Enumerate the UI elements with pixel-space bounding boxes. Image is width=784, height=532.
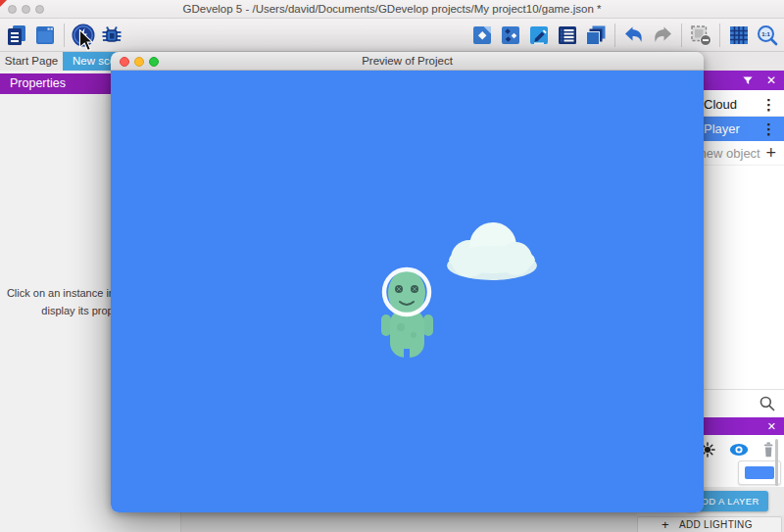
- layer-color-swatch: [745, 466, 774, 479]
- objects-editor-icon: [470, 24, 494, 47]
- object-groups-icon: [499, 24, 522, 47]
- scene-window-icon: [33, 24, 57, 47]
- undo-button[interactable]: [621, 22, 647, 49]
- undo-arrow-icon: [622, 24, 646, 47]
- toolbar-separator: [681, 24, 682, 47]
- toolbar-separator: [64, 24, 65, 47]
- open-instances-list-button[interactable]: [555, 22, 580, 49]
- launch-debugger-button[interactable]: [99, 22, 124, 49]
- open-scene-properties-button[interactable]: [526, 22, 552, 49]
- launch-preview-button[interactable]: [71, 22, 96, 49]
- toggle-window-mask-button[interactable]: [688, 22, 713, 49]
- zoom-original-button[interactable]: 1:1: [755, 22, 780, 49]
- zoom-1-1-icon: 1:1: [756, 24, 779, 47]
- filter-icon[interactable]: [741, 73, 755, 87]
- objects-panel-close-icon[interactable]: ✕: [766, 71, 776, 90]
- recording-corner-artifact: [0, 0, 7, 7]
- debugger-bug-icon: [99, 23, 124, 48]
- grid-icon: [727, 24, 751, 47]
- cloud-sprite: [447, 222, 537, 280]
- object-menu-icon[interactable]: ⋮: [761, 92, 776, 117]
- instances-list-icon: [556, 24, 579, 47]
- object-name: Cloud: [704, 97, 737, 112]
- window-title: GDevelop 5 - /Users/david/Documents/GDev…: [0, 0, 784, 19]
- toolbar-separator: [614, 24, 615, 47]
- eye-icon: [728, 440, 750, 459]
- project-manager-icon: [5, 24, 28, 47]
- game-preview-canvas[interactable]: [111, 71, 704, 512]
- preview-titlebar[interactable]: Preview of Project: [111, 52, 704, 71]
- open-object-groups-editor-button[interactable]: [498, 22, 523, 49]
- add-lighting-layer-button[interactable]: + ADD LIGHTING LAYER: [637, 516, 782, 532]
- add-object-plus-icon[interactable]: +: [765, 141, 776, 166]
- toggle-grid-button[interactable]: [726, 22, 752, 49]
- main-toolbar: 1:1: [0, 19, 784, 52]
- gdevelop-app-window: GDevelop 5 - /Users/david/Documents/GDev…: [0, 0, 784, 532]
- redo-arrow-icon: [651, 24, 674, 47]
- preview-window: Preview of Project: [111, 52, 704, 512]
- player-character: [381, 269, 433, 359]
- redo-button[interactable]: [650, 22, 675, 49]
- search-icon: [759, 395, 776, 412]
- add-lighting-plus-icon: +: [662, 517, 669, 532]
- scene-editor-button[interactable]: [32, 22, 58, 49]
- preview-window-title: Preview of Project: [111, 52, 704, 71]
- open-layers-editor-button[interactable]: [583, 22, 609, 49]
- window-mask-icon: [689, 24, 712, 47]
- macos-titlebar[interactable]: GDevelop 5 - /Users/david/Documents/GDev…: [0, 0, 784, 19]
- open-objects-editor-button[interactable]: [469, 22, 495, 49]
- object-menu-icon[interactable]: ⋮: [761, 117, 776, 141]
- toolbar-separator: [719, 24, 720, 47]
- project-manager-button[interactable]: [4, 22, 29, 49]
- svg-text:1:1: 1:1: [761, 31, 770, 37]
- layers-stack-icon: [584, 24, 608, 47]
- object-name: Player: [704, 121, 740, 136]
- tab-start-page[interactable]: Start Page: [0, 52, 63, 71]
- game-scene: [111, 71, 704, 512]
- edit-pencil-icon: [527, 24, 551, 47]
- preview-bolt-icon: [71, 23, 96, 48]
- add-lighting-layer-label: ADD LIGHTING LAYER: [679, 517, 781, 532]
- layers-panel-close-icon[interactable]: ✕: [767, 417, 776, 435]
- layers-scrollbar[interactable]: [775, 439, 778, 486]
